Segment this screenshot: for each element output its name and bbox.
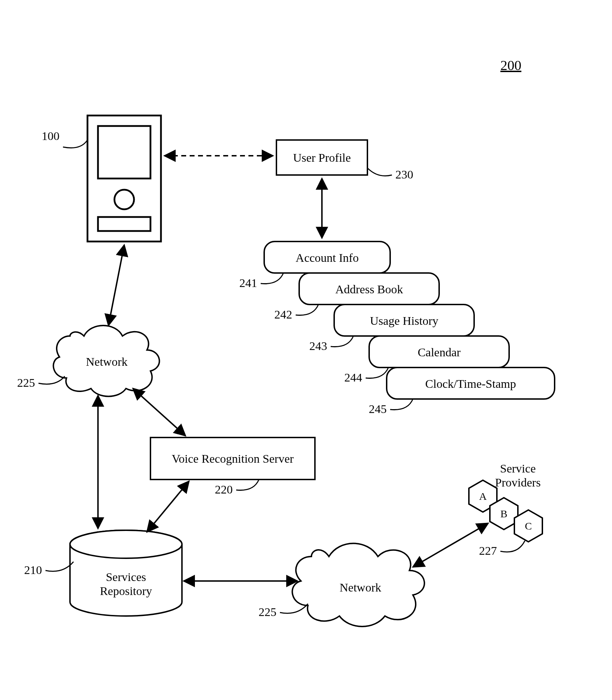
network1-ref: 225	[17, 376, 35, 389]
provider-a: A	[479, 490, 487, 502]
repo-ref: 210	[24, 564, 42, 576]
provider-b: B	[500, 508, 507, 519]
svg-point-10	[70, 530, 182, 558]
mobile-device-icon	[87, 115, 161, 241]
providers-title2: Providers	[495, 476, 541, 489]
user-profile-label: User Profile	[293, 151, 351, 164]
service-providers: Service Providers A B C	[469, 462, 542, 542]
services-repository: Services Repository	[70, 530, 182, 616]
network-cloud-2: Network	[292, 544, 424, 627]
providers-title1: Service	[500, 462, 536, 475]
profile-item-label: Clock/Time-Stamp	[425, 377, 516, 390]
profile-item-4: Clock/Time-Stamp 245	[369, 368, 555, 415]
network1-label: Network	[86, 355, 128, 368]
profile-item-ref: 244	[344, 371, 362, 384]
vr-server-label: Voice Recognition Server	[172, 452, 294, 465]
profile-item-label: Address Book	[335, 283, 403, 296]
leader-line	[500, 541, 525, 552]
profile-item-ref: 243	[309, 340, 327, 352]
leader-line	[367, 168, 392, 176]
provider-c: C	[525, 520, 532, 532]
network-cloud-1: Network	[54, 326, 160, 397]
vr-server-ref: 220	[215, 483, 233, 496]
user-profile-ref: 230	[395, 168, 413, 181]
svg-point-2	[114, 190, 134, 209]
connector-vrserver-repo	[147, 481, 189, 532]
connector-device-network1	[108, 245, 124, 326]
profile-item-ref: 242	[274, 308, 292, 321]
profile-item-label: Account Info	[296, 251, 359, 264]
connector-network2-providers	[413, 523, 488, 567]
providers-ref: 227	[479, 544, 497, 557]
figure-number: 200	[500, 57, 521, 73]
repo-label2: Repository	[100, 584, 152, 597]
device-ref: 100	[42, 130, 59, 142]
profile-item-ref: 245	[369, 402, 387, 415]
svg-rect-3	[98, 217, 150, 231]
repo-label1: Services	[106, 570, 146, 583]
svg-rect-1	[98, 126, 150, 178]
leader-line	[236, 479, 259, 490]
network2-label: Network	[340, 581, 381, 594]
profile-item-label: Usage History	[370, 314, 438, 327]
profile-item-label: Calendar	[418, 346, 461, 359]
network2-ref: 225	[259, 606, 276, 618]
leader-line	[63, 140, 87, 148]
connector-network1-vrserver	[133, 388, 185, 436]
profile-item-ref: 241	[239, 276, 257, 289]
